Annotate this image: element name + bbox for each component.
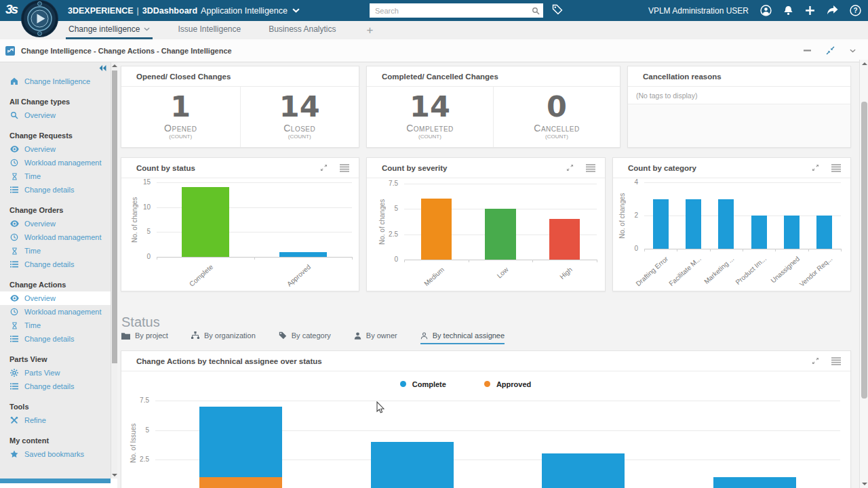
empty-tags-message: (No tags to display) — [628, 87, 850, 104]
breadcrumb: Change Intelligence - Change Actions - C… — [21, 47, 232, 55]
tab-change-intelligence[interactable]: Change intelligence — [66, 21, 153, 39]
tab-by-project[interactable]: By project — [121, 331, 168, 344]
expand-icon[interactable] — [812, 357, 819, 365]
compass-icon[interactable] — [20, 0, 59, 38]
sidebar-item-change-intelligence[interactable]: Change Intelligence — [0, 75, 111, 88]
stat-completed: 14 Completed (count) — [367, 87, 494, 148]
sidebar-item-change-details[interactable]: Change details — [0, 380, 111, 393]
sidebar-item-overview[interactable]: Overview — [0, 108, 111, 122]
axis-tick — [352, 257, 353, 260]
app-title[interactable]: 3DEXPERIENCE | 3DDashboard Application I… — [68, 0, 300, 21]
chevron-down-icon — [292, 8, 300, 13]
sidebar-item-time[interactable]: Time — [0, 244, 111, 258]
sidebar-item-change-details[interactable]: Change details — [0, 183, 111, 197]
sidebar-item-workload-management[interactable]: Workload management — [0, 156, 111, 169]
search-input[interactable] — [370, 3, 532, 18]
minimize-icon[interactable] — [804, 49, 811, 52]
collapse-sidebar-icon[interactable] — [99, 65, 106, 71]
sidebar-scrollbar-thumb[interactable] — [112, 70, 117, 363]
bar-low[interactable] — [485, 209, 515, 260]
legend-item-approved[interactable]: Approved — [484, 380, 531, 388]
chevron-down-icon[interactable] — [850, 49, 856, 53]
sidebar-horizontal-scrollbar[interactable] — [0, 479, 111, 483]
sidebar-item-refine[interactable]: Refine — [0, 413, 111, 427]
kpi-card-cancellation-reasons: Cancellation reasons (No tags to display… — [627, 66, 851, 148]
sidebar-item-overview[interactable]: Overview — [0, 142, 111, 156]
bar-vendor-req[interactable] — [816, 216, 832, 249]
bar-segment-complete[interactable] — [542, 453, 625, 488]
star-icon — [9, 450, 19, 458]
expand-icon[interactable] — [812, 164, 819, 171]
add-tab-button[interactable]: + — [361, 21, 379, 39]
share-icon[interactable] — [827, 5, 838, 16]
person-outline-icon — [420, 332, 428, 340]
scroll-down-arrow[interactable] — [112, 474, 117, 476]
sidebar-item-change-details[interactable]: Change details — [0, 258, 111, 271]
bar-marketing[interactable] — [718, 199, 734, 249]
sidebar-item-time[interactable]: Time — [0, 169, 111, 183]
sidebar-item-workload-management[interactable]: Workload management — [0, 230, 111, 244]
tag-icon — [279, 331, 287, 340]
main-scrollbar[interactable] — [859, 60, 868, 488]
axis-tick — [743, 249, 743, 251]
stat-value: 14 — [241, 91, 359, 122]
tab-by-owner[interactable]: By owner — [354, 331, 397, 344]
axis-tick — [775, 249, 776, 251]
sidebar-section-title: My content — [0, 436, 111, 445]
scroll-up-arrow[interactable] — [862, 62, 867, 65]
tag-outline-icon[interactable] — [552, 4, 563, 15]
y-tick-label: 4 — [617, 178, 638, 186]
main-scrollbar-thumb[interactable] — [861, 102, 867, 399]
sidebar-scrollbar[interactable] — [111, 62, 117, 479]
chart-menu-icon[interactable] — [831, 164, 841, 172]
sidebar-item-change-details[interactable]: Change details — [0, 332, 111, 346]
bar-unassigned[interactable] — [784, 216, 800, 249]
expand-icon[interactable] — [566, 164, 574, 171]
notifications-icon[interactable] — [783, 5, 793, 16]
sidebar-item-workload-management[interactable]: Workload management — [0, 305, 111, 319]
sidebar-item-overview-active[interactable]: Overview — [0, 291, 111, 305]
tab-issue-intelligence[interactable]: Issue Intelligence — [175, 21, 243, 39]
bar-segment-complete[interactable] — [371, 442, 454, 488]
svg-text:?: ? — [853, 7, 857, 14]
user-name[interactable]: VPLM Administration USER — [648, 6, 749, 16]
bar-drafting-error[interactable] — [653, 199, 669, 249]
chart-menu-icon[interactable] — [586, 164, 595, 172]
expand-icon[interactable] — [320, 164, 328, 171]
help-icon[interactable]: ? — [850, 5, 861, 16]
legend-item-complete[interactable]: Complete — [400, 380, 446, 388]
sidebar-item-overview[interactable]: Overview — [0, 217, 111, 230]
stat-value: 0 — [494, 91, 620, 122]
tab-business-analytics[interactable]: Business Analytics — [266, 21, 338, 39]
bar-product-im[interactable] — [751, 216, 767, 249]
axis-tick — [808, 249, 809, 251]
bar-approved[interactable] — [279, 252, 326, 257]
tab-by-category[interactable]: By category — [279, 331, 331, 344]
y-tick-label: 2.5 — [128, 455, 149, 463]
bar-high[interactable] — [549, 219, 580, 260]
chart-menu-icon[interactable] — [340, 164, 349, 172]
bar-complete[interactable] — [182, 187, 229, 257]
bar-medium[interactable] — [421, 199, 452, 260]
bar-facilitate-m[interactable] — [686, 199, 701, 249]
add-icon[interactable] — [805, 5, 815, 16]
chart-title: Count by severity — [382, 164, 554, 172]
user-circle-icon[interactable] — [760, 5, 772, 16]
scroll-up-arrow[interactable] — [112, 64, 117, 67]
sidebar-item-saved-bookmarks[interactable]: Saved bookmarks — [0, 447, 111, 461]
search-icon[interactable] — [532, 7, 540, 15]
bar-segment-approved[interactable] — [199, 477, 282, 488]
sidebar-section-title: Change Requests — [0, 131, 111, 140]
tab-by-organization[interactable]: By organization — [191, 331, 256, 344]
sidebar-item-parts-view[interactable]: Parts View — [0, 366, 111, 380]
axis-tick — [710, 249, 711, 251]
bar-segment-complete[interactable] — [713, 477, 796, 488]
y-tick-label: 0 — [617, 245, 638, 252]
stat-unit: (count) — [494, 134, 620, 140]
sidebar-item-time[interactable]: Time — [0, 319, 111, 332]
restore-icon[interactable] — [826, 46, 835, 55]
tab-by-technical-assignee[interactable]: By technical assignee — [420, 331, 505, 344]
scroll-down-arrow[interactable] — [862, 483, 867, 485]
chart-menu-icon[interactable] — [831, 357, 841, 365]
bar-segment-complete[interactable] — [199, 407, 282, 477]
